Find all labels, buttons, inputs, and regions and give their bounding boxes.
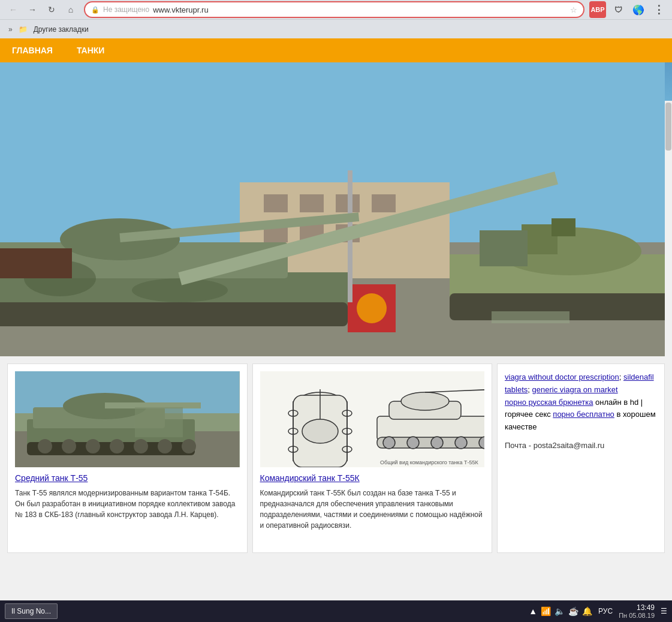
folder-icon: 📁 (19, 25, 28, 34)
site-navigation: ГЛАВНАЯ Танки (0, 38, 672, 62)
lock-icon: 🔒 (91, 6, 100, 14)
svg-rect-27 (480, 230, 528, 266)
svg-point-43 (182, 439, 196, 453)
svg-rect-24 (0, 302, 348, 326)
sidebar-card: viagra without doctor prescription; sild… (497, 363, 665, 553)
svg-rect-26 (0, 248, 72, 278)
forward-button[interactable]: → (24, 1, 41, 18)
svg-point-38 (62, 439, 76, 453)
bookmarks-expand-button[interactable]: » (5, 24, 16, 35)
taskbar-network-icon[interactable]: 📶 (541, 606, 551, 616)
svg-point-65 (431, 437, 443, 449)
svg-point-63 (383, 437, 395, 449)
svg-rect-4 (300, 194, 324, 212)
address-bar[interactable]: 🔒 Не защищено www.vkterupr.ru ☆ (84, 1, 584, 18)
taskbar-notification-icon[interactable]: 🔔 (582, 606, 592, 616)
svg-rect-58 (377, 416, 485, 440)
menu-button[interactable]: ⋮ (650, 1, 667, 18)
t55-image-svg (15, 371, 240, 467)
scrollbar-thumb[interactable] (665, 103, 671, 151)
taskbar-right: ▲ 📶 🔈 ☕ 🔔 РУС 13:49 Пн 05.08.19 ☰ (529, 603, 667, 619)
other-bookmarks-folder[interactable]: Другие закладки (30, 24, 92, 35)
viagra-link[interactable]: viagra without doctor prescription (505, 372, 619, 381)
svg-point-40 (110, 439, 124, 453)
porno-free-link[interactable]: порно бесплатно (553, 410, 614, 419)
svg-rect-28 (492, 311, 569, 323)
hero-image (0, 62, 672, 356)
taskbar-date: Пн 05.08.19 (619, 612, 655, 619)
tank-card-2-image: Общий вид командирского танка Т-55К (260, 371, 485, 467)
tank-card-1: Средний танк Т-55 Танк Т-55 являлся моде… (7, 363, 248, 553)
svg-rect-6 (372, 194, 396, 212)
scrollbar[interactable] (665, 101, 672, 560)
taskbar-app-button[interactable]: Il Sung No... (5, 603, 58, 619)
taskbar: Il Sung No... ▲ 📶 🔈 ☕ 🔔 РУС 13:49 Пн 05.… (0, 600, 672, 622)
nav-item-tanks[interactable]: Танки (65, 38, 117, 62)
not-secure-label: Не защищено (103, 5, 149, 14)
tank-card-1-link[interactable]: Средний танк Т-55 (15, 473, 240, 483)
reload-button[interactable]: ↻ (43, 1, 60, 18)
svg-point-18 (132, 278, 228, 302)
svg-point-48 (302, 419, 338, 443)
svg-point-41 (134, 439, 148, 453)
tank-card-1-image (15, 371, 240, 467)
bookmarks-bar: » 📁 Другие закладки (0, 19, 672, 38)
tank-card-2-link[interactable]: Командирский танк Т-55К (260, 473, 485, 483)
adblock-button[interactable]: ABP (589, 1, 606, 18)
browser-tools: ABP 🛡 🌎 ⋮ (589, 1, 667, 18)
browser-titlebar: ← → ↻ ⌂ 🔒 Не защищено www.vkterupr.ru ☆ … (0, 0, 672, 19)
svg-point-42 (158, 439, 172, 453)
generic-viagra-link[interactable]: generic viagra on market (532, 385, 618, 394)
svg-rect-22 (552, 218, 575, 236)
porno-russian-link[interactable]: порно русская брюнетка (505, 398, 593, 407)
hero-tank-svg (0, 62, 665, 356)
sidebar-email: Почта - posta2saita@mail.ru (505, 441, 657, 450)
website-wrapper: ГЛАВНАЯ Танки (0, 38, 672, 560)
browser-chrome: ← → ↻ ⌂ 🔒 Не защищено www.vkterupr.ru ☆ … (0, 0, 672, 38)
taskbar-notification-center-icon[interactable]: ☰ (661, 607, 667, 615)
tank-card-2-text: Командирский танк Т-55К был создан на ба… (260, 488, 485, 531)
sidebar-link-1[interactable]: viagra without doctor prescription; sild… (505, 372, 654, 394)
taskbar-system-icons: ▲ 📶 🔈 ☕ 🔔 (529, 606, 592, 616)
svg-point-60 (401, 392, 449, 410)
nav-item-home[interactable]: ГЛАВНАЯ (0, 38, 65, 62)
shield-icon[interactable]: 🛡 (610, 1, 626, 18)
t55k-image-svg: Общий вид командирского танка Т-55К (260, 371, 485, 467)
svg-point-15 (60, 218, 180, 260)
svg-point-66 (455, 437, 467, 449)
svg-rect-44 (135, 407, 183, 437)
taskbar-volume-icon[interactable]: 🔈 (555, 606, 565, 616)
home-button[interactable]: ⌂ (62, 1, 79, 18)
taskbar-time: 13:49 (619, 603, 655, 612)
svg-point-11 (357, 293, 387, 323)
sidebar-links: viagra without doctor prescription; sild… (505, 371, 657, 434)
tank-card-1-text: Танк Т-55 являлся модернизированным вари… (15, 488, 240, 520)
svg-point-64 (407, 437, 419, 449)
svg-rect-3 (264, 194, 288, 212)
svg-point-37 (38, 439, 52, 453)
tank-card-2: Общий вид командирского танка Т-55К Кома… (252, 363, 493, 553)
url-display: www.vkterupr.ru (153, 5, 566, 14)
taskbar-clock[interactable]: 13:49 Пн 05.08.19 (619, 603, 655, 619)
svg-text:Общий вид командирского танка : Общий вид командирского танка Т-55К (380, 459, 478, 465)
bookmark-star-icon[interactable]: ☆ (570, 5, 577, 14)
taskbar-security-icon[interactable]: ☕ (568, 606, 578, 616)
extensions-button[interactable]: 🌎 (630, 1, 647, 18)
taskbar-up-arrow-icon[interactable]: ▲ (529, 606, 537, 616)
svg-point-39 (86, 439, 100, 453)
taskbar-language: РУС (598, 607, 613, 615)
content-grid: Средний танк Т-55 Танк Т-55 являлся моде… (0, 356, 672, 560)
back-button[interactable]: ← (5, 1, 22, 18)
